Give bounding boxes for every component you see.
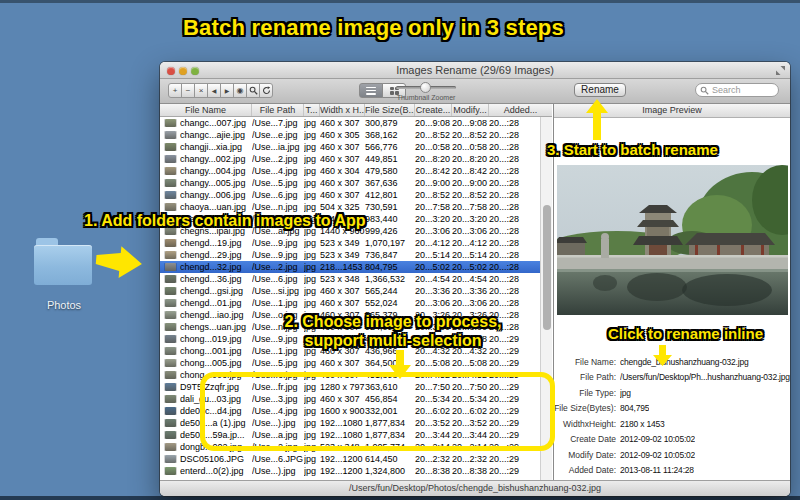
image-thumbnail-icon	[165, 167, 176, 175]
rename-button[interactable]: Rename	[574, 83, 626, 97]
preview-info-row: File Size(Bytes): 804,795	[554, 401, 791, 417]
table-row[interactable]: changc...ajie.jpg /Use...e.jpg jpg 460 x…	[160, 129, 552, 141]
cell-create-date: 20...4:12	[415, 237, 452, 249]
toolbar-button-group: + − × ◀ ▶ ◉	[169, 83, 273, 98]
cell-file-name: changc...007.jpg	[180, 117, 252, 129]
column-header-modify-date[interactable]: Modify...	[452, 104, 489, 116]
delete-button[interactable]: ×	[194, 83, 208, 98]
cell-dimensions: 218...1453	[320, 261, 365, 273]
remove-button[interactable]: −	[181, 83, 195, 98]
cell-file-size: 412,801	[365, 189, 415, 201]
column-header-file-path[interactable]: File Path	[252, 104, 304, 116]
cell-type: jpg	[304, 369, 320, 381]
table-row[interactable]: de50b...a (1).jpg /Use...).jpg jpg 192..…	[160, 417, 552, 429]
table-row[interactable]: changy...002.jpg /Use...2.jpg jpg 460 x …	[160, 153, 552, 165]
table-row[interactable]: chengd...29.jpg /Use...9.jpg jpg 523 x 3…	[160, 249, 552, 261]
cell-modify-date: 20...4:52	[452, 369, 489, 381]
cell-file-size: 479,580	[365, 165, 415, 177]
add-button[interactable]: +	[168, 83, 182, 98]
cell-dimensions: 192...1080	[320, 417, 365, 429]
table-row[interactable]: changy...006.jpg /Use...6.jpg jpg 460 x …	[160, 189, 552, 201]
table-row[interactable]: D9T5tZzqfr.jpg /Use...fr.jpg jpg 1280 x …	[160, 381, 552, 393]
cell-file-size: 566,776	[365, 141, 415, 153]
cell-file-name: chengd...19.jpg	[180, 237, 252, 249]
thumbnail-zoomer-slider[interactable]	[396, 86, 456, 89]
cell-file-size: 552,024	[365, 297, 415, 309]
cell-modify-date: 20...8:20	[452, 153, 489, 165]
cell-create-date: 20...9:00	[415, 177, 452, 189]
column-header-type[interactable]: T...	[304, 104, 320, 116]
table-row[interactable]: changy...005.jpg /Use...5.jpg jpg 460 x …	[160, 177, 552, 189]
table-row[interactable]: changc...007.jpg /Use...7.jpg jpg 460 x …	[160, 117, 552, 129]
cell-type: jpg	[304, 441, 320, 453]
info-label: File Name:	[554, 357, 616, 367]
info-label: File Path:	[554, 372, 616, 382]
cell-modify-date: 20...5:08	[452, 357, 489, 369]
preview-info-row: WidthxHeight: 2180 x 1453	[554, 416, 791, 432]
column-header-added-date[interactable]: Added...	[489, 104, 552, 116]
vertical-scrollbar[interactable]	[540, 117, 552, 480]
search-placeholder: Search	[712, 85, 741, 95]
cell-file-name: changji...xia.jpg	[180, 141, 252, 153]
cell-file-name: de50b...a (1).jpg	[180, 417, 252, 429]
table-row[interactable]: dali_gu...03.jpg /Use...3.jpg jpg 460 x …	[160, 393, 552, 405]
cell-create-date: 20...3:06	[415, 297, 452, 309]
photos-folder-icon[interactable]	[34, 238, 92, 285]
table-row[interactable]: chengd...36.jpg /Use...6.jpg jpg 523 x 3…	[160, 273, 552, 285]
toolbar: + − × ◀ ▶ ◉	[160, 79, 790, 104]
column-header-file-name[interactable]: File Name	[160, 104, 252, 116]
column-header-create-date[interactable]: Create...	[415, 104, 452, 116]
table-row[interactable]: chong...005.jpg /Use...5.jpg jpg 460 x 3…	[160, 357, 552, 369]
info-value: jpg	[620, 388, 631, 398]
table-row[interactable]: enterd...0(2).jpg /Use...).jpg jpg 192..…	[160, 465, 552, 477]
cell-create-date: 20...8:38	[415, 465, 452, 477]
table-row[interactable]: dde07c...d4.jpg /Use...4.jpg jpg 1600 x …	[160, 405, 552, 417]
cell-dimensions: 1280 x 797	[320, 381, 365, 393]
table-row[interactable]: chengd...gsi.jpg /Use...si.jpg jpg 460 x…	[160, 285, 552, 297]
cell-file-path: /Use...2.jpg	[252, 261, 304, 273]
cell-file-name: chengd...32.jpg	[180, 261, 252, 273]
cell-file-name: chengd...29.jpg	[180, 249, 252, 261]
cell-file-name: changc...ajie.jpg	[180, 129, 252, 141]
table-row[interactable]: chengd...32.jpg /Use...2.jpg jpg 218...1…	[160, 261, 552, 273]
cell-file-size: 565,244	[365, 285, 415, 297]
cell-file-path: /Use...9.jpg	[252, 237, 304, 249]
next-button[interactable]: ▶	[220, 83, 234, 98]
cell-modify-date: 20...5:02	[452, 261, 489, 273]
cell-file-name: changy...005.jpg	[180, 177, 252, 189]
cell-dimensions: 460 x 307	[320, 117, 365, 129]
image-thumbnail-icon	[165, 467, 176, 475]
column-header-dimensions[interactable]: Width x H...	[320, 104, 365, 116]
search-input[interactable]: Search	[695, 83, 779, 97]
image-thumbnail-icon	[165, 179, 176, 187]
table-row[interactable]: chengd...01.jpg /Use...1.jpg jpg 460 x 3…	[160, 297, 552, 309]
cell-added-date: 20...:28	[489, 297, 540, 309]
info-value[interactable]: chengde_bishushanzhuang-032.jpg	[620, 357, 749, 367]
refresh-button[interactable]	[259, 83, 273, 98]
folder-label: Photos	[14, 299, 114, 311]
cell-file-name: dde07c...d4.jpg	[180, 405, 252, 417]
resize-icon[interactable]	[776, 66, 785, 75]
slider-thumb[interactable]	[420, 82, 431, 93]
preview-button[interactable]: ◉	[233, 83, 247, 98]
cell-type: jpg	[304, 129, 320, 141]
table-row[interactable]: changy...004.jpg /Use...4.jpg jpg 460 x …	[160, 165, 552, 177]
file-table: changc...007.jpg /Use...7.jpg jpg 460 x …	[160, 117, 552, 480]
previous-button[interactable]: ◀	[207, 83, 221, 98]
table-row[interactable]: changji...xia.jpg /Use...ia.jpg jpg 460 …	[160, 141, 552, 153]
table-row[interactable]: dongb...002.jpg /Use...2.jpg jpg 523 x 3…	[160, 441, 552, 453]
eye-icon: ◉	[237, 86, 244, 95]
cell-modify-date: 20...8:38	[452, 465, 489, 477]
preview-info-row: Added Date: 2013-08-11 11:24:28	[554, 463, 791, 479]
cell-create-date: 20...0:58	[415, 141, 452, 153]
image-thumbnail-icon	[165, 407, 176, 415]
table-row[interactable]: chengd...19.jpg /Use...9.jpg jpg 523 x 3…	[160, 237, 552, 249]
table-row[interactable]: DSC05106.JPG /Use...6.JPG jpg 192...1200…	[160, 453, 552, 465]
cell-create-date: 20...6:02	[415, 405, 452, 417]
title-bar[interactable]: Images Rename (29/69 Images)	[160, 62, 790, 79]
table-row[interactable]: chong...006.jpg /Use...6.jpg jpg 460 x 3…	[160, 369, 552, 381]
image-thumbnail-icon	[165, 203, 176, 211]
search-button[interactable]	[246, 83, 260, 98]
table-row[interactable]: de50b...59a.jp... /Use...a.jpg jpg 192..…	[160, 429, 552, 441]
column-header-file-size[interactable]: File Size(B...	[365, 104, 415, 116]
